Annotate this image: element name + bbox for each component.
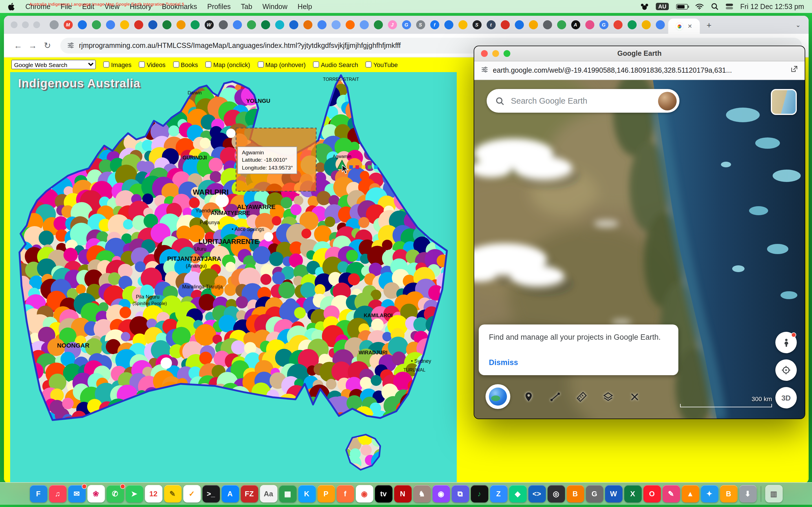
dock-app-apple-tv[interactable]: tv [375, 485, 392, 503]
control-center-icon[interactable] [726, 3, 733, 10]
dismiss-button[interactable]: Dismiss [489, 358, 668, 367]
menu-extra-app-icon[interactable] [641, 3, 649, 10]
pinned-tab[interactable] [287, 17, 301, 32]
dock-app-notes[interactable]: ✎ [164, 485, 181, 503]
window-controls[interactable] [481, 46, 510, 61]
pinned-tab[interactable] [216, 17, 230, 32]
pinned-tab[interactable] [75, 17, 89, 32]
pinned-tab[interactable] [315, 17, 329, 32]
dock-app-word[interactable]: W [605, 485, 622, 503]
layers-button[interactable] [599, 388, 616, 405]
earth-address-bar[interactable]: earth.google.com/web/@-19.41990588,146.1… [474, 61, 805, 80]
pinned-tab[interactable] [526, 17, 540, 32]
dock-app-finder[interactable]: F [30, 485, 47, 503]
dock-app-netflix[interactable]: N [394, 485, 411, 503]
dock-app-keynote[interactable]: K [298, 485, 315, 503]
pinned-tab[interactable] [329, 17, 343, 32]
menubar-clock[interactable]: Fri 12 Dec 12:53 pm [741, 3, 804, 10]
dock-app-chess[interactable]: ♞ [413, 485, 430, 503]
pinned-tab[interactable] [103, 17, 117, 32]
pinned-tab[interactable] [89, 17, 103, 32]
spotlight-search-icon[interactable] [711, 3, 718, 10]
pinned-tab[interactable] [540, 17, 554, 32]
earth-viewport[interactable]: Search Google Earth Find and manage all … [474, 80, 805, 419]
search-option-checkbox[interactable]: Map (onhover) [257, 61, 306, 68]
avatar[interactable] [658, 92, 677, 110]
pegman-button[interactable] [775, 332, 797, 353]
pinned-tab[interactable] [456, 17, 470, 32]
search-option-checkbox[interactable]: Map (onclick) [205, 61, 250, 68]
dock-app-messages[interactable]: ✆ [106, 485, 124, 503]
search-option-checkbox[interactable]: Books [173, 61, 198, 68]
close-window-button[interactable] [481, 50, 488, 57]
search-option-checkbox[interactable]: Audio Search [313, 61, 358, 68]
pinned-tab[interactable] [160, 17, 174, 32]
active-tab[interactable]: ✕ [668, 18, 700, 34]
checkbox-input[interactable] [173, 61, 179, 68]
menubar-item[interactable]: Window [257, 3, 293, 10]
dock-app-vscode[interactable]: <> [528, 485, 546, 503]
dock-app-numbers[interactable]: ▦ [279, 485, 296, 503]
pinned-tab[interactable]: t [484, 17, 498, 32]
zoom-window-button[interactable] [504, 50, 510, 57]
checkbox-input[interactable] [257, 61, 264, 68]
tab-search-chevron-icon[interactable]: ⌄ [788, 21, 809, 29]
pinned-tab[interactable] [498, 17, 512, 32]
dock-app-firefox[interactable]: f [336, 485, 354, 503]
site-settings-icon[interactable] [481, 65, 488, 75]
pinned-tab[interactable]: f [427, 17, 442, 32]
dock-app-podcasts[interactable]: ◉ [432, 485, 450, 503]
dock-app-bin[interactable]: ▥ [765, 485, 782, 503]
dock-app-safari[interactable]: ✦ [701, 485, 718, 503]
checkbox-input[interactable] [313, 61, 319, 68]
pinned-tab[interactable] [258, 17, 272, 32]
checkbox-input[interactable] [205, 61, 211, 68]
tools-button[interactable] [626, 388, 643, 405]
minimize-window-button[interactable] [22, 21, 29, 28]
pinned-tab[interactable] [582, 17, 597, 32]
pinned-tab[interactable] [371, 17, 385, 32]
dock-app-reminders[interactable]: ✓ [183, 485, 200, 503]
wifi-icon[interactable] [695, 3, 704, 10]
pinned-tab[interactable] [357, 17, 371, 32]
pinned-tab[interactable] [301, 17, 315, 32]
dock-app-zoom[interactable]: Z [490, 485, 507, 503]
url-text[interactable]: rjmprogramming.com.au/HTMLCSS/ImageMap/L… [79, 41, 401, 49]
pinned-tab[interactable]: S [413, 17, 427, 32]
checkbox-input[interactable] [139, 61, 145, 68]
dock-app-obs[interactable]: ◎ [547, 485, 565, 503]
dock-app-downloads[interactable]: ⬇ [739, 485, 756, 503]
pinned-tab[interactable] [230, 17, 244, 32]
share-icon[interactable] [790, 65, 798, 75]
close-window-button[interactable] [11, 21, 17, 28]
placemark-button[interactable] [520, 388, 537, 405]
dock-app-photos[interactable]: ❀ [87, 485, 105, 503]
australia-map-svg[interactable] [10, 72, 457, 482]
dock-app-chrome[interactable]: ◉ [356, 485, 373, 503]
3d-toggle-button[interactable]: 3D [775, 387, 797, 408]
dock-app-music[interactable]: ♫ [49, 485, 66, 503]
pinned-tab[interactable] [146, 17, 160, 32]
checkbox-input[interactable] [365, 61, 371, 68]
dock-app-figma[interactable]: ◆ [509, 485, 526, 503]
pinned-tab[interactable] [47, 17, 61, 32]
dock-app-books[interactable]: B [720, 485, 737, 503]
pinned-tab[interactable] [554, 17, 568, 32]
dock-app-filezilla[interactable]: FZ [241, 485, 258, 503]
search-option-checkbox[interactable]: Videos [139, 61, 165, 68]
zoom-window-button[interactable] [33, 21, 40, 28]
pinned-tab[interactable]: W [202, 17, 216, 32]
pinned-tab[interactable] [117, 17, 132, 32]
dock-app-maps[interactable]: ➤ [125, 485, 143, 503]
dock-app-vlc[interactable]: ▲ [681, 485, 699, 503]
search-option-checkbox[interactable]: YouTube [365, 61, 398, 68]
dock-app-pixelmator[interactable]: ✎ [662, 485, 680, 503]
pinned-tab[interactable] [653, 17, 667, 32]
dock-app-gimp[interactable]: G [586, 485, 603, 503]
pinned-tab[interactable]: M [61, 17, 75, 32]
pinned-tab[interactable] [132, 17, 146, 32]
forward-button[interactable]: → [26, 38, 40, 53]
pinned-tab[interactable] [188, 17, 202, 32]
pinned-tab[interactable]: G [597, 17, 611, 32]
search-option-checkbox[interactable]: Images [103, 61, 132, 68]
